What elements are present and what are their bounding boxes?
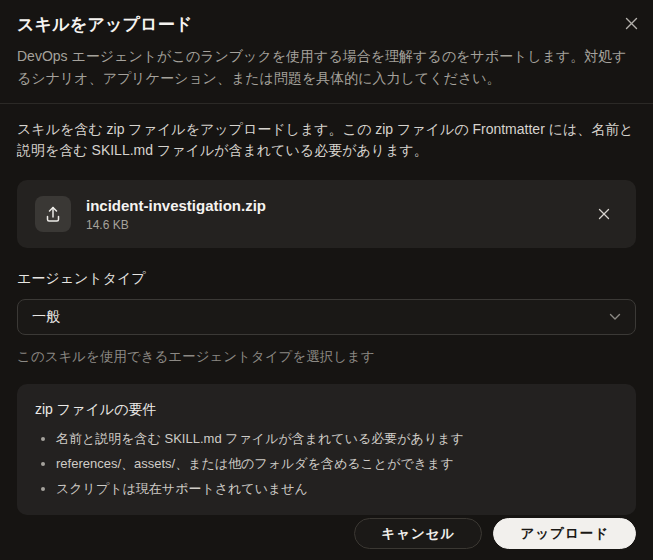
requirements-list: 名前と説明を含む SKILL.md ファイルが含まれている必要があります ref… [35,431,618,497]
dialog-header: スキルをアップロード DevOps エージェントがこのランブックを使用する場合を… [0,0,653,103]
requirement-text: スクリプトは現在サポートされていません [56,481,308,497]
close-icon [625,17,638,30]
chevron-down-icon [609,313,621,321]
bullet-dot [41,487,45,491]
dialog-description: DevOps エージェントがこのランブックを使用する場合を理解するのをサポートし… [17,45,636,89]
requirement-item: references/、assets/、または他のフォルダを含めることができます [35,456,618,472]
requirement-item: スクリプトは現在サポートされていません [35,481,618,497]
uploaded-file-card: incident-investigation.zip 14.6 KB [17,180,636,248]
agent-type-select[interactable]: 一般 [17,299,636,335]
remove-file-button[interactable] [592,202,616,226]
zip-requirements-box: zip ファイルの要件 名前と説明を含む SKILL.md ファイルが含まれてい… [17,384,636,515]
upload-skill-dialog: スキルをアップロード DevOps エージェントがこのランブックを使用する場合を… [0,0,653,560]
cancel-button[interactable]: キャンセル [354,518,482,549]
file-meta: incident-investigation.zip 14.6 KB [86,196,592,233]
agent-type-helper-text: このスキルを使用できるエージェントタイプを選択します [17,348,636,366]
dialog-title: スキルをアップロード [17,13,636,36]
requirement-item: 名前と説明を含む SKILL.md ファイルが含まれている必要があります [35,431,618,447]
requirement-text: references/、assets/、または他のフォルダを含めることができます [56,456,454,472]
agent-type-selected-value: 一般 [32,308,609,326]
file-size: 14.6 KB [86,217,592,233]
close-dialog-button[interactable] [620,12,642,34]
requirements-title: zip ファイルの要件 [35,401,618,419]
requirement-text: 名前と説明を含む SKILL.md ファイルが含まれている必要があります [56,431,464,447]
dialog-footer: キャンセル アップロード [0,518,653,560]
upload-icon [44,205,62,223]
agent-type-label: エージェントタイプ [17,270,636,288]
upload-instructions: スキルを含む zip ファイルをアップロードします。この zip ファイルの F… [17,119,636,161]
remove-file-icon [598,208,610,220]
bullet-dot [41,437,45,441]
upload-icon-box [35,196,71,232]
upload-button[interactable]: アップロード [493,518,636,549]
file-name: incident-investigation.zip [86,196,592,215]
dialog-body: スキルを含む zip ファイルをアップロードします。この zip ファイルの F… [0,104,653,518]
bullet-dot [41,462,45,466]
